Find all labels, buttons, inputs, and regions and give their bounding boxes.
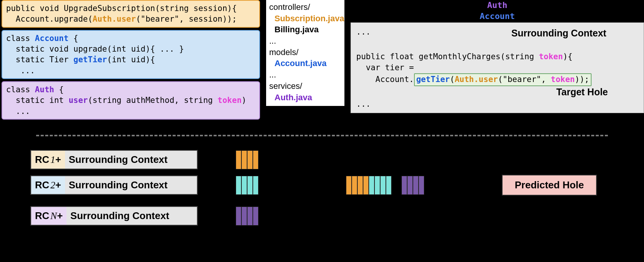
token-icon xyxy=(241,176,247,195)
rc-label: RC xyxy=(35,154,49,166)
token-icon xyxy=(401,176,407,195)
rc-index: 2 xyxy=(49,180,56,191)
code-line: ... xyxy=(6,107,30,116)
code-line: { xyxy=(54,85,63,94)
file-billing: Billing.java xyxy=(269,24,341,35)
token-icon xyxy=(236,207,241,226)
hole-gettier: getTier xyxy=(416,75,450,84)
retrieved-code-stack: public void UpgradeSubscription(string s… xyxy=(2,0,260,120)
code-line: ) xyxy=(242,96,247,105)
tokens-rc2 xyxy=(236,176,335,195)
token-icon xyxy=(352,176,357,195)
gettier-method: getTier xyxy=(73,55,107,64)
code-line: class xyxy=(6,85,35,94)
code-account: class Account { static void upgrade(int … xyxy=(2,30,260,79)
token-icon xyxy=(253,176,259,195)
token-icon xyxy=(357,176,363,195)
token-icon xyxy=(407,176,413,195)
import-block: Auth Account xyxy=(351,0,644,22)
ellipsis: ... xyxy=(356,99,371,109)
code-line: static void upgrade(int uid){ ... } xyxy=(6,44,184,54)
token-icon xyxy=(419,176,424,195)
file-subscription: Subscription.java xyxy=(269,13,341,24)
horizontal-divider xyxy=(36,135,608,136)
file-account: Account.java xyxy=(269,58,341,69)
ellipsis: ... xyxy=(269,69,341,80)
code-line: class xyxy=(6,34,35,43)
token-icon xyxy=(374,176,380,195)
file-tree: controllers/ Subscription.java Billing.j… xyxy=(266,0,344,106)
rc-right: Surrounding Context xyxy=(65,151,197,169)
tokens-rc1 xyxy=(236,150,335,169)
rc-label: RC xyxy=(35,179,49,191)
plus: + xyxy=(57,210,63,222)
code-line: public float getMonthlyCharges(string xyxy=(356,52,539,61)
code-line: static int xyxy=(6,96,68,105)
ellipsis: ... xyxy=(269,35,341,47)
code-line: (string authMethod, string xyxy=(88,96,217,105)
token-icon xyxy=(253,150,259,169)
surrounding-context-card: ...Surrounding Context public float getM… xyxy=(351,22,644,113)
code-line: public void UpgradeSubscription(string s… xyxy=(6,4,237,13)
token-icon xyxy=(236,176,241,195)
token-param: token xyxy=(217,96,241,105)
code-line: ){ xyxy=(563,52,573,61)
rc-left: RC N + xyxy=(31,207,67,225)
import-account: Account xyxy=(480,11,515,21)
rc-left: RC 2 + xyxy=(31,176,65,194)
code-line: var tier = xyxy=(356,63,414,72)
account-class: Account xyxy=(35,34,69,43)
code-auth: class Auth { static int user(string auth… xyxy=(2,81,260,120)
token-icon xyxy=(413,176,419,195)
hole-paren: ( xyxy=(450,75,455,84)
rc-label: RC xyxy=(35,210,49,222)
code-line: (int uid){ xyxy=(107,55,155,64)
ellipsis: ... xyxy=(356,27,371,36)
token-icon xyxy=(241,150,247,169)
file-auth: Auth.java xyxy=(269,92,341,103)
user-method: user xyxy=(68,96,88,105)
auth-user-call: Auth.user xyxy=(93,14,136,24)
code-line: ... xyxy=(6,66,35,75)
token-icon xyxy=(247,176,253,195)
hole-end: )); xyxy=(575,75,589,84)
surrounding-context-header: Surrounding Context xyxy=(371,27,622,40)
token-icon xyxy=(369,176,374,195)
auth-class: Auth xyxy=(35,85,54,94)
rc-index: N xyxy=(49,210,57,222)
token-icon xyxy=(241,207,247,226)
code-line: static Tier xyxy=(6,55,73,64)
tokens-fused xyxy=(346,176,490,195)
code-line: ("bearer", session)); xyxy=(136,14,237,24)
tokens-rcn xyxy=(236,207,335,226)
rc-left: RC 1 + xyxy=(31,151,65,169)
context-stack: Auth Account ...Surrounding Context publ… xyxy=(351,0,644,113)
rc-pill-n: RC N + Surrounding Context xyxy=(30,206,198,226)
plus: + xyxy=(56,154,61,166)
rc-index: 1 xyxy=(49,154,56,166)
dir: services/ xyxy=(269,80,341,92)
token-icon xyxy=(247,207,253,226)
target-hole-label: Target Hole xyxy=(356,85,638,99)
predicted-hole: Predicted Hole xyxy=(502,175,597,196)
code-subscription: public void UpgradeSubscription(string s… xyxy=(2,0,260,28)
rc-pill-2: RC 2 + Surrounding Context xyxy=(30,175,198,195)
plus: + xyxy=(56,179,61,191)
token-icon xyxy=(236,150,241,169)
hole-token: token xyxy=(551,75,575,84)
rc-pill-1: RC 1 + Surrounding Context xyxy=(30,150,198,169)
target-hole-box: getTier(Auth.user("bearer", token)); xyxy=(414,73,592,86)
token-param: token xyxy=(539,52,563,61)
top-row: public void UpgradeSubscription(string s… xyxy=(0,0,644,120)
token-icon xyxy=(386,176,392,195)
hole-bearer: ("bearer", xyxy=(498,75,551,84)
code-line: Account.upgrade( xyxy=(6,14,93,24)
rc-right: Surrounding Context xyxy=(65,176,197,194)
code-line: Account. xyxy=(356,75,414,84)
hole-auth-user: Auth.user xyxy=(455,75,498,84)
bottom-row: RC 1 + Surrounding Context RC 2 + Surrou… xyxy=(0,150,644,226)
token-icon xyxy=(363,176,369,195)
code-line: { xyxy=(68,34,78,43)
dir: models/ xyxy=(269,47,341,58)
import-auth: Auth xyxy=(487,0,508,10)
